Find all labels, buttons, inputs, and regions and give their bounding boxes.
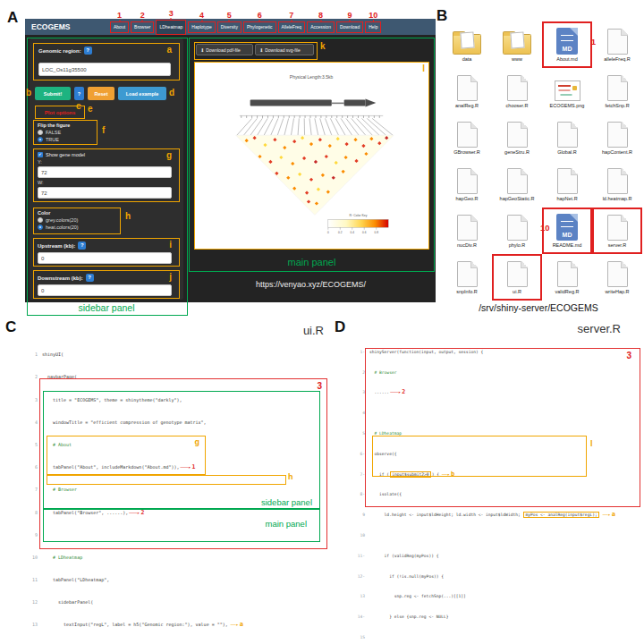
nav-tab[interactable]: 8 Accession [307, 21, 335, 33]
file-icon [556, 214, 578, 241]
file-icon [507, 122, 528, 148]
panel-d: D server.R 1-shinyServer(function(input,… [333, 317, 644, 642]
code-line: 10 [352, 533, 642, 538]
reset-button[interactable]: Reset [88, 87, 114, 100]
code-line: 1shinyUI( [25, 352, 333, 357]
upstream-input[interactable] [38, 252, 172, 264]
nav-tab[interactable]: 3 LDheatmap [156, 20, 186, 35]
nav-tab[interactable]: 9 Download [336, 21, 363, 33]
file-icon [556, 28, 578, 55]
file-item[interactable]: 10 README.md [542, 208, 592, 254]
file-item[interactable]: writeHap.R [592, 254, 642, 301]
file-item[interactable]: validReg.R [542, 254, 592, 301]
file-item[interactable]: ECOGEMS.png [542, 68, 592, 114]
file-icon [607, 122, 628, 148]
load-example-button[interactable]: Load example [118, 87, 166, 100]
radio-selected-icon [38, 225, 43, 230]
svg-text:0.4: 0.4 [351, 231, 355, 234]
ld-heatmap-plot: Physical Length:3.5kb [195, 63, 428, 249]
file-name: hapGeoStatic.R [500, 196, 535, 201]
help-icon[interactable]: ? [86, 274, 94, 282]
file-item[interactable]: GBrowser.R [442, 114, 492, 161]
colorkey-gradient [328, 219, 388, 227]
file-item[interactable]: 1 About.md [542, 21, 592, 68]
file-name: ui.R [513, 289, 521, 294]
checkbox-checked-icon: ✔ [38, 152, 43, 157]
radio-flip-false[interactable]: FALSE [38, 130, 97, 135]
svg-text:0.8: 0.8 [375, 231, 379, 234]
file-item[interactable]: www [492, 21, 542, 68]
submit-help-icon[interactable]: ? [74, 87, 84, 100]
file-item[interactable]: ld.heatmap.R [592, 161, 642, 208]
file-item[interactable]: alleleFreq.R [592, 21, 642, 68]
file-item[interactable]: chooser.R [492, 68, 542, 114]
tab-annotation-number: 3 [169, 9, 174, 21]
file-name: writeHap.R [605, 289, 629, 294]
file-icon [457, 261, 478, 287]
radio-label: heat.colors(20) [46, 225, 79, 230]
nav-tab[interactable]: 6 Phylogenetic [243, 21, 276, 33]
nav-tab[interactable]: 4 Haplotype [188, 21, 216, 33]
download-svg-button[interactable]: ⬇ Download svg-file [255, 44, 314, 55]
genomic-region-input[interactable] [38, 63, 171, 76]
code-line: 13 snp.reg <- fetchSnp(...)[[1]] [352, 594, 642, 599]
file-item[interactable]: geneStru.R [492, 114, 542, 161]
main-panel-caption: main panel [190, 257, 434, 267]
file-name: nucDiv.R [457, 242, 477, 248]
sidebar-code-caption: sidebar panel [261, 497, 312, 507]
file-item[interactable]: Global.R [542, 114, 592, 161]
y-input[interactable] [38, 166, 172, 178]
code-line: 12- if (!is.null(myPos)) { [352, 574, 642, 580]
file-icon [557, 122, 578, 148]
show-gene-model-checkbox[interactable]: ✔ Show gene model [38, 152, 179, 157]
file-icon [457, 122, 478, 148]
annotation-letter-g-code: g [195, 437, 200, 446]
help-icon[interactable]: ? [78, 242, 86, 250]
file-item[interactable]: snpInfo.R [442, 254, 492, 301]
nav-tab[interactable]: 7 AlleleFreq [278, 21, 306, 33]
file-item[interactable]: hapGeo.R [442, 161, 492, 208]
file-item[interactable]: ui.R [492, 254, 542, 301]
nav-tab[interactable]: 1 About [110, 21, 129, 33]
radio-label: FALSE [46, 130, 61, 135]
annotation-letter-h-code: h [288, 472, 293, 481]
tab-label: Download [340, 24, 360, 30]
file-item[interactable]: analReg.R [442, 68, 492, 114]
downstream-input[interactable] [38, 284, 172, 296]
tab-label: Phylogenetic [247, 24, 273, 30]
annotation-letter-a: a [166, 45, 172, 55]
file-name: hapNet.R [556, 196, 577, 201]
submit-button[interactable]: Submit! [35, 87, 71, 100]
gene-arrow [365, 99, 376, 107]
panel-b: B data www 1 About.md [435, 7, 642, 318]
file-item[interactable]: hapGeoStatic.R [492, 161, 542, 208]
conditional-panel-box: g [47, 436, 206, 475]
download-pdf-button[interactable]: ⬇ Download pdf-file [196, 44, 253, 55]
file-icon [607, 215, 628, 241]
file-item[interactable]: data [442, 21, 492, 68]
nav-tab[interactable]: 5 Diversity [217, 21, 242, 33]
file-item[interactable]: phylo.R [492, 208, 542, 254]
nav-tab[interactable]: 10 Help [365, 21, 381, 33]
colorkey-title: R² Color Key [350, 214, 368, 217]
nav-tab[interactable]: 2 Browser [131, 21, 154, 33]
code-line: 9 ld.height <- input$ldHeight; ld.width … [352, 513, 642, 518]
downstream-group: Downstream (kb): ? j [33, 270, 180, 299]
app-url: https://venyao.xyz/ECOGEMS/ [189, 280, 433, 289]
file-item[interactable]: server.R [592, 208, 642, 254]
color-radio-box [47, 475, 286, 485]
y-label: Y: [38, 159, 179, 165]
tab-label: Haplotype [191, 24, 212, 30]
file-item[interactable]: nucDiv.R [442, 208, 492, 254]
radio-heat-colors[interactable]: heat.colors(20) [38, 225, 120, 230]
help-icon[interactable]: ? [84, 47, 92, 55]
color-label: Color [38, 210, 120, 216]
file-item[interactable]: fetchSnp.R [592, 68, 642, 114]
radio-grey-colors[interactable]: grey.colors(20) [38, 217, 120, 223]
w-input[interactable] [38, 187, 172, 199]
file-item[interactable]: hapNet.R [542, 161, 592, 208]
radio-flip-true[interactable]: TRUE [38, 137, 97, 142]
file-icon [507, 261, 528, 287]
file-item[interactable]: hapContent.R [592, 114, 642, 161]
code-line: 15 [352, 635, 642, 640]
